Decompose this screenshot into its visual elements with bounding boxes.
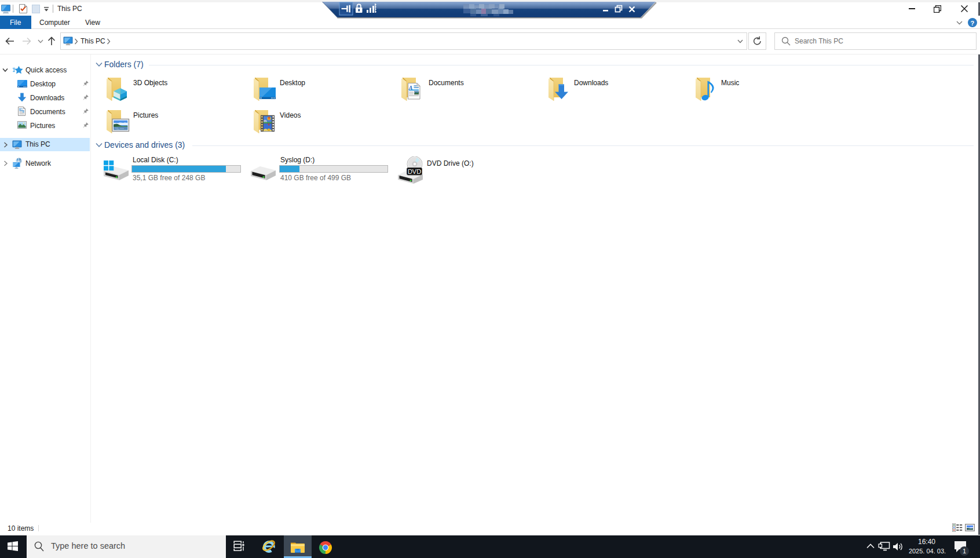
svg-text:1: 1 xyxy=(963,548,966,555)
svg-text:DVD: DVD xyxy=(408,168,421,175)
